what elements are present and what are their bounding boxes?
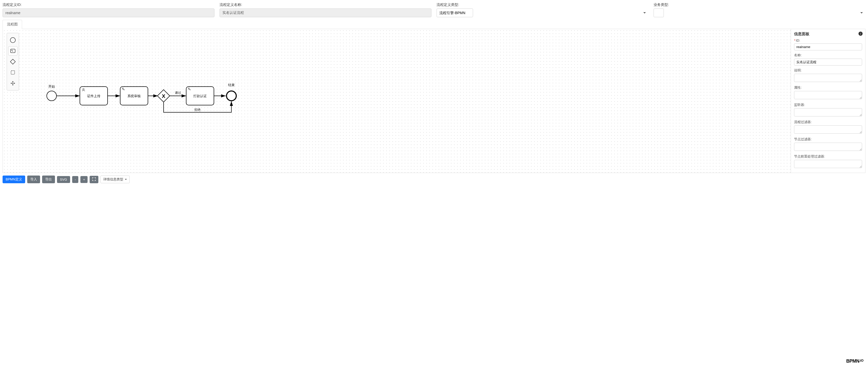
task-review-label: 系统审核: [127, 94, 141, 98]
panel-attr-label: 属性:: [794, 85, 862, 90]
zoom-out-button[interactable]: -: [72, 176, 78, 183]
tab-flow-diagram[interactable]: 流程图: [3, 20, 22, 29]
info-icon[interactable]: i: [859, 32, 863, 36]
panel-node-pre-filter-label: 节点前置处理过滤器:: [794, 154, 862, 159]
exclusive-gateway[interactable]: X: [157, 90, 170, 102]
panel-desc-input[interactable]: [794, 74, 862, 82]
detail-type-dropdown[interactable]: 详情信息类型: [100, 175, 130, 183]
info-panel: i 信息面板 *ID: 名称: 说明: 属性: 监听器:: [791, 29, 865, 173]
bpmn-def-button[interactable]: BPMN定义: [3, 175, 25, 183]
proc-id-label: 流程定义ID:: [3, 3, 214, 7]
panel-name-input[interactable]: [794, 59, 862, 65]
panel-flow-filter-input[interactable]: [794, 125, 862, 134]
end-event[interactable]: [226, 91, 236, 101]
proc-type-select[interactable]: 流程引擎-BPMN: [437, 8, 473, 17]
task-upload-label: 证件上传: [87, 94, 100, 98]
fullscreen-icon: [92, 177, 96, 181]
panel-node-filter-input[interactable]: [794, 143, 862, 151]
svg-text:X: X: [162, 93, 165, 99]
panel-listener-label: 监听器:: [794, 103, 862, 107]
flow-gateway-reject-label: 拒绝: [194, 108, 200, 112]
biz-type-select[interactable]: [654, 8, 664, 17]
panel-id-input[interactable]: [794, 44, 862, 50]
svg-button[interactable]: SVG: [57, 176, 70, 183]
task-payment-label: 打款认证: [193, 94, 207, 98]
biz-type-label: 业务类型:: [654, 3, 865, 7]
panel-node-filter-label: 节点过滤器:: [794, 137, 862, 142]
panel-id-label: *ID:: [794, 38, 862, 43]
panel-desc-label: 说明:: [794, 68, 862, 73]
panel-attr-input[interactable]: [794, 91, 862, 99]
proc-type-label: 流程定义类型:: [437, 3, 648, 7]
export-button[interactable]: 导出: [42, 175, 55, 183]
proc-name-input: [220, 8, 431, 17]
bpmn-canvas[interactable]: 开始 证件上传 系统审核: [3, 29, 791, 173]
bpmn-diagram: 开始 证件上传 系统审核: [3, 29, 260, 132]
zoom-in-button[interactable]: +: [81, 176, 88, 183]
fullscreen-button[interactable]: [90, 176, 98, 183]
panel-node-pre-filter-input[interactable]: [794, 160, 862, 168]
panel-name-label: 名称:: [794, 53, 862, 58]
end-event-label: 结束: [228, 83, 235, 87]
start-event[interactable]: [47, 91, 57, 101]
import-button[interactable]: 导入: [27, 175, 40, 183]
caret-down-icon: [125, 179, 127, 180]
info-panel-title: 信息面板: [794, 32, 862, 36]
start-event-label: 开始: [48, 85, 55, 88]
proc-name-label: 流程定义名称:: [220, 3, 431, 7]
panel-listener-input[interactable]: [794, 108, 862, 116]
flow-gateway-pass-label: 通过: [175, 91, 181, 94]
panel-flow-filter-label: 流程过滤器:: [794, 120, 862, 124]
proc-id-input: [3, 8, 214, 17]
